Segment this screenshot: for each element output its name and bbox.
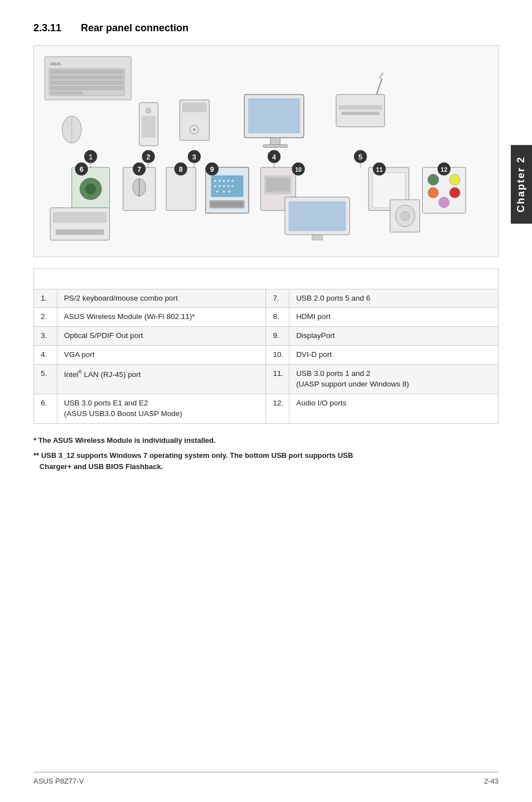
svg-rect-63 — [266, 178, 290, 191]
section-heading: 2.3.11 Rear panel connection — [33, 22, 499, 34]
svg-rect-13 — [142, 116, 155, 138]
table-row-right-text-3: DVI-D port — [289, 346, 499, 365]
table-row-left-num-1: 2. — [34, 308, 57, 327]
svg-text:8: 8 — [179, 166, 183, 173]
svg-rect-77 — [312, 235, 322, 240]
page-container: Chapter 2 2.3.11 Rear panel connection A… — [0, 0, 532, 802]
svg-point-48 — [223, 180, 225, 182]
svg-point-69 — [439, 197, 449, 207]
svg-point-58 — [228, 191, 230, 193]
table-row-right-num-1: 8. — [266, 308, 289, 327]
chapter-tab: Chapter 2 — [511, 145, 532, 224]
svg-point-68 — [449, 187, 460, 198]
svg-rect-5 — [50, 75, 124, 80]
svg-point-53 — [223, 185, 225, 187]
svg-rect-4 — [50, 70, 124, 74]
svg-text:ASUS: ASUS — [50, 62, 61, 66]
svg-text:9: 9 — [210, 166, 214, 173]
page-footer: ASUS P8Z77-V 2-43 — [33, 772, 499, 785]
table-row-right-text-5: Audio I/O ports — [289, 394, 499, 423]
table-row-left-num-0: 1. — [34, 289, 57, 308]
svg-point-50 — [231, 180, 234, 182]
svg-text:11: 11 — [376, 166, 383, 173]
svg-rect-76 — [289, 201, 346, 231]
table-row-right-text-0: USB 2.0 ports 5 and 6 — [289, 289, 499, 308]
svg-rect-21 — [263, 144, 288, 147]
svg-rect-19 — [248, 98, 300, 133]
svg-rect-26 — [341, 112, 379, 115]
table-row-left-text-3: VGA port — [57, 346, 266, 365]
svg-point-39 — [85, 183, 96, 194]
svg-point-47 — [219, 180, 221, 182]
svg-rect-15 — [182, 103, 207, 112]
svg-rect-8 — [50, 91, 83, 95]
svg-point-46 — [214, 180, 216, 182]
table-row-right-num-3: 10. — [266, 346, 289, 365]
svg-text:7: 7 — [137, 166, 141, 173]
table-row-right-text-4: USB 3.0 ports 1 and 2(UASP support under… — [289, 365, 499, 394]
svg-point-54 — [227, 185, 229, 187]
svg-point-49 — [227, 180, 229, 182]
table-row-left-text-5: USB 3.0 ports E1 and E2(ASUS USB3.0 Boos… — [57, 394, 266, 423]
svg-text:6: 6 — [80, 166, 84, 173]
svg-point-51 — [214, 185, 216, 187]
svg-text:10: 10 — [295, 166, 302, 173]
svg-point-67 — [428, 187, 438, 198]
section-title: Rear panel connection — [81, 22, 188, 33]
rear-panel-diagram: ASUS — [33, 45, 499, 257]
table-row-left-num-2: 3. — [34, 327, 57, 346]
table-row-right-num-4: 11. — [266, 365, 289, 394]
svg-point-66 — [449, 175, 460, 185]
svg-rect-25 — [339, 105, 382, 110]
note-1: * The ASUS Wireless Module is individual… — [33, 435, 499, 447]
table-row-left-text-4: Intel® LAN (RJ-45) port — [57, 365, 266, 394]
table-row-left-num-5: 6. — [34, 394, 57, 423]
svg-point-80 — [401, 211, 409, 220]
section-number: 2.3.11 — [33, 22, 61, 33]
svg-rect-60 — [211, 202, 243, 207]
notes-section: * The ASUS Wireless Module is individual… — [33, 435, 499, 473]
connector-table: Rear panel connectors 1.PS/2 keyboard/mo… — [33, 268, 499, 424]
svg-point-65 — [428, 175, 438, 185]
table-row-right-num-2: 9. — [266, 327, 289, 346]
svg-point-55 — [231, 185, 234, 187]
table-row-left-text-0: PS/2 keyboard/mouse combo port — [57, 289, 266, 308]
footer-left: ASUS P8Z77-V — [33, 777, 84, 785]
svg-point-57 — [223, 191, 225, 193]
table-row-right-text-2: DisplayPort — [289, 327, 499, 346]
table-row-right-text-1: HDMI port — [289, 308, 499, 327]
svg-text:12: 12 — [441, 166, 447, 173]
svg-rect-6 — [50, 80, 124, 85]
table-row-left-num-4: 5. — [34, 365, 57, 394]
table-row-left-text-2: Optical S/PDIF Out port — [57, 327, 266, 346]
svg-rect-22 — [336, 94, 385, 127]
note-2: ** USB 3_12 supports Windows 7 operating… — [33, 450, 499, 474]
table-row-right-num-0: 7. — [266, 289, 289, 308]
table-header: Rear panel connectors — [34, 269, 499, 289]
footer-right: 2-43 — [484, 777, 499, 785]
svg-point-52 — [219, 185, 221, 187]
table-row-right-num-5: 12. — [266, 394, 289, 423]
table-row-left-text-1: ASUS Wireless Module (Wi-Fi 802.11)* — [57, 308, 266, 327]
svg-rect-7 — [50, 86, 124, 90]
svg-rect-74 — [56, 229, 104, 235]
svg-point-17 — [193, 128, 195, 131]
svg-rect-73 — [53, 212, 107, 223]
svg-point-56 — [216, 191, 219, 193]
svg-point-12 — [146, 108, 151, 114]
table-row-left-num-3: 4. — [34, 346, 57, 365]
